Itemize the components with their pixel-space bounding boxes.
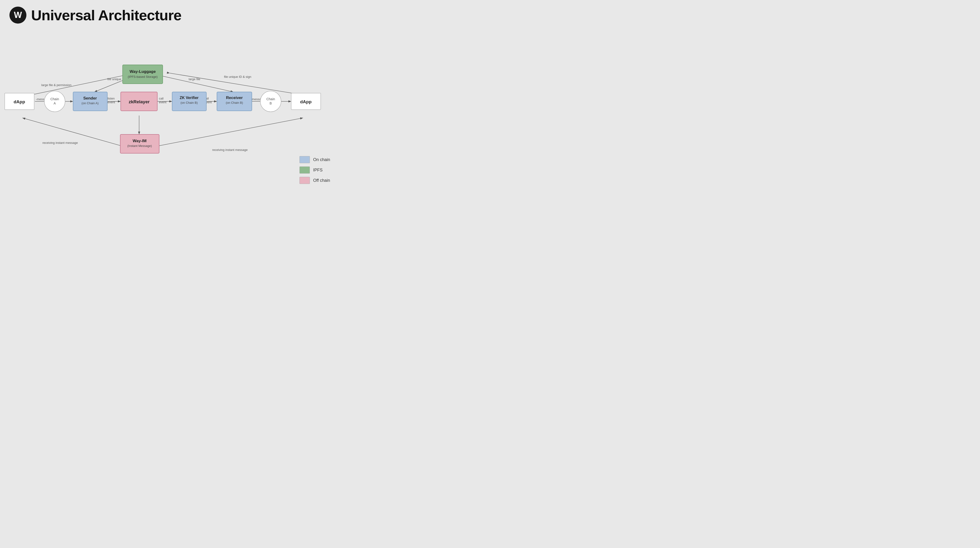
svg-text:dApp: dApp	[300, 99, 312, 104]
svg-text:Receiver: Receiver	[226, 96, 243, 100]
way-luggage-node	[123, 65, 163, 84]
svg-text:Way-IM: Way-IM	[133, 139, 147, 143]
logo-circle: W	[10, 6, 26, 24]
svg-text:(on Chain B): (on Chain B)	[226, 101, 243, 104]
svg-text:zkRelayer: zkRelayer	[129, 99, 150, 104]
svg-text:B: B	[269, 101, 272, 105]
svg-text:call: call	[159, 97, 164, 100]
legend-box-on-chain	[299, 156, 310, 163]
svg-text:Way-Luggage: Way-Luggage	[130, 69, 156, 74]
legend-label-ipfs: IPFS	[313, 168, 323, 173]
legend-item-ipfs: IPFS	[299, 166, 330, 174]
legend-item-off-chain: Off chain	[299, 177, 330, 184]
legend-box-ipfs	[299, 166, 310, 174]
svg-text:Chain: Chain	[51, 97, 59, 101]
svg-text:(on Chain B): (on Chain B)	[181, 101, 198, 104]
svg-text:(on Chain A): (on Chain A)	[81, 101, 99, 105]
svg-text:receiving instant message: receiving instant message	[43, 141, 78, 145]
svg-text:Sender: Sender	[83, 96, 97, 100]
svg-text:listen: listen	[108, 97, 115, 100]
header: W Universal Architecture	[0, 0, 340, 26]
svg-text:(Instant Message): (Instant Message)	[127, 144, 152, 148]
legend-item-on-chain: On chain	[299, 156, 330, 163]
svg-text:A: A	[54, 101, 56, 105]
legend-label-off-chain: Off chain	[313, 178, 330, 183]
svg-text:Chain: Chain	[266, 97, 275, 101]
svg-text:ZK Verifier: ZK Verifier	[180, 96, 199, 100]
logo-w: W	[14, 10, 22, 20]
page-title: Universal Architecture	[31, 7, 181, 24]
svg-text:large file & permission: large file & permission	[41, 83, 72, 87]
legend: On chain IPFS Off chain	[299, 156, 330, 184]
svg-line-27	[157, 118, 303, 146]
svg-text:dApp: dApp	[14, 99, 25, 104]
way-im-node	[120, 134, 159, 153]
svg-text:event: event	[159, 100, 167, 104]
svg-text:receiving instant message: receiving instant message	[212, 148, 248, 151]
diagram-area: -message listen event call event call ev…	[0, 28, 340, 189]
svg-text:event: event	[108, 100, 115, 104]
architecture-diagram: -message listen event call event call ev…	[0, 28, 340, 189]
legend-label-on-chain: On chain	[313, 157, 330, 162]
legend-box-off-chain	[299, 177, 310, 184]
svg-text:(IPFS-based Storage): (IPFS-based Storage)	[128, 75, 158, 78]
svg-text:file unique ID & sign: file unique ID & sign	[224, 75, 251, 78]
